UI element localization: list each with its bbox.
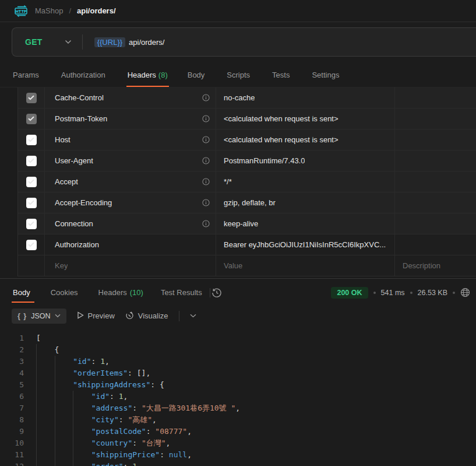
code-token: "台灣" [142, 437, 166, 449]
header-checkbox[interactable] [26, 177, 37, 187]
response-tab-headers[interactable]: Headers(10) [97, 279, 144, 306]
breadcrumb-request-name[interactable]: api/orders/ [77, 6, 115, 15]
indent-guide [55, 367, 73, 379]
header-row[interactable]: Host <calculated when request is sent> [18, 129, 476, 150]
header-key[interactable]: Connection [55, 219, 93, 228]
indent-guide [36, 356, 55, 367]
header-checkbox[interactable] [26, 219, 37, 229]
response-tab-cookies[interactable]: Cookies [50, 279, 82, 306]
indent-guide [55, 402, 73, 414]
header-key[interactable]: Accept [55, 177, 78, 186]
indent-guide [36, 414, 55, 426]
code-token: 1 [132, 461, 137, 466]
tab-tests[interactable]: Tests [271, 65, 293, 87]
header-value[interactable]: Bearer eyJhbGciOiJIUzI1NiIsInR5cCI6IkpXV… [224, 240, 386, 249]
value-input-placeholder[interactable]: Value [224, 261, 242, 270]
indent-guide [73, 461, 91, 466]
key-input-placeholder[interactable]: Key [55, 261, 68, 270]
header-row[interactable]: Accept */* [18, 171, 476, 192]
code-token: 1 [119, 391, 124, 402]
tab-params[interactable]: Params [12, 65, 43, 87]
header-value[interactable]: PostmanRuntime/7.43.0 [224, 156, 305, 165]
braces-icon: { } [17, 312, 27, 320]
header-description[interactable] [395, 234, 476, 255]
header-checkbox[interactable] [26, 198, 37, 208]
header-value[interactable]: <calculated when request is sent> [224, 114, 339, 123]
code-token: "大昌一路301巷6弄10號 " [142, 402, 235, 414]
code-line: 7 "address": "大昌一路301巷6弄10號 ", [0, 402, 476, 414]
info-icon [202, 199, 210, 206]
code-token: "shippingPrice" [91, 449, 160, 461]
code-token: , [187, 449, 192, 461]
description-input-placeholder[interactable]: Description [395, 255, 476, 276]
chevron-down-icon[interactable] [65, 40, 72, 44]
header-value[interactable]: no-cache [224, 93, 255, 102]
header-row[interactable]: Cache-Control no-cache [18, 87, 476, 108]
header-description[interactable] [395, 171, 476, 192]
header-key[interactable]: Postman-Token [55, 114, 107, 123]
info-icon [202, 157, 210, 164]
tab-body[interactable]: Body [186, 65, 209, 87]
header-description[interactable] [395, 213, 476, 234]
header-description[interactable] [395, 129, 476, 150]
info-icon [202, 94, 210, 101]
format-label: JSON [31, 312, 50, 320]
response-history-icon[interactable] [211, 288, 222, 298]
header-checkbox[interactable] [26, 156, 37, 166]
header-row[interactable]: Postman-Token <calculated when request i… [18, 108, 476, 129]
header-checkbox[interactable] [26, 135, 37, 145]
preview-button[interactable]: Preview [77, 311, 115, 321]
tab-headers[interactable]: Headers(8) [126, 65, 169, 87]
line-number: 8 [0, 414, 36, 426]
header-description[interactable] [395, 87, 476, 108]
code-token: : [91, 356, 101, 367]
header-checkbox[interactable] [26, 240, 37, 250]
code-token: : [160, 449, 169, 461]
code-token: , [166, 437, 171, 449]
header-description[interactable] [395, 108, 476, 129]
header-checkbox[interactable] [26, 93, 37, 103]
visualize-label: Visualize [138, 311, 168, 320]
code-token: , [152, 414, 157, 426]
header-value[interactable]: gzip, deflate, br [224, 198, 276, 207]
code-token: : [124, 461, 133, 466]
chevron-down-icon[interactable] [190, 314, 196, 318]
request-bar-section: GET {{URL}} api/orders/ [0, 22, 476, 64]
response-body-editor[interactable]: 1 [ 2 { 3 "id": 1, 4 "orderItems": [], 5… [0, 329, 476, 466]
method-selector[interactable]: GET [12, 37, 65, 47]
response-tab-test-results[interactable]: Test Results [160, 279, 206, 306]
header-checkbox[interactable] [26, 114, 37, 124]
tab-scripts[interactable]: Scripts [225, 65, 253, 87]
status-badge[interactable]: 200 OK [331, 287, 368, 299]
url-input[interactable]: api/orders/ [129, 38, 164, 47]
tab-settings[interactable]: Settings [311, 65, 343, 87]
response-time: 541 ms [381, 289, 405, 297]
header-row[interactable]: Connection keep-alive [18, 213, 476, 234]
header-value[interactable]: keep-alive [224, 219, 258, 228]
header-row[interactable]: Accept-Encoding gzip, deflate, br [18, 192, 476, 213]
header-description[interactable] [395, 192, 476, 213]
visualize-button[interactable]: Visualize [125, 311, 168, 321]
code-line: 2 { [0, 344, 476, 356]
header-row[interactable]: Authorization Bearer eyJhbGciOiJIUzI1NiI… [18, 234, 476, 255]
header-value[interactable]: */* [224, 177, 232, 186]
format-select[interactable]: { } JSON [12, 309, 66, 324]
header-row[interactable]: User-Agent PostmanRuntime/7.43.0 [18, 150, 476, 171]
breadcrumb-collection[interactable]: MaShop [35, 6, 63, 15]
indent-guide [73, 437, 91, 449]
divider [82, 34, 83, 50]
indent-guide [55, 449, 73, 461]
response-tab-body[interactable]: Body [12, 279, 34, 306]
new-header-row[interactable]: Key Value Description [18, 255, 476, 276]
header-value[interactable]: <calculated when request is sent> [224, 135, 339, 144]
header-key[interactable]: Accept-Encoding [55, 198, 112, 207]
header-key[interactable]: Authorization [55, 240, 99, 249]
header-key[interactable]: Cache-Control [55, 93, 104, 102]
header-description[interactable] [395, 150, 476, 171]
url-variable-chip[interactable]: {{URL}} [94, 37, 125, 47]
header-key[interactable]: Host [55, 135, 70, 144]
tab-authorization[interactable]: Authorization [60, 65, 109, 87]
globe-icon[interactable] [460, 288, 470, 297]
header-key[interactable]: User-Agent [55, 156, 93, 165]
breadcrumb-separator: / [69, 6, 71, 15]
